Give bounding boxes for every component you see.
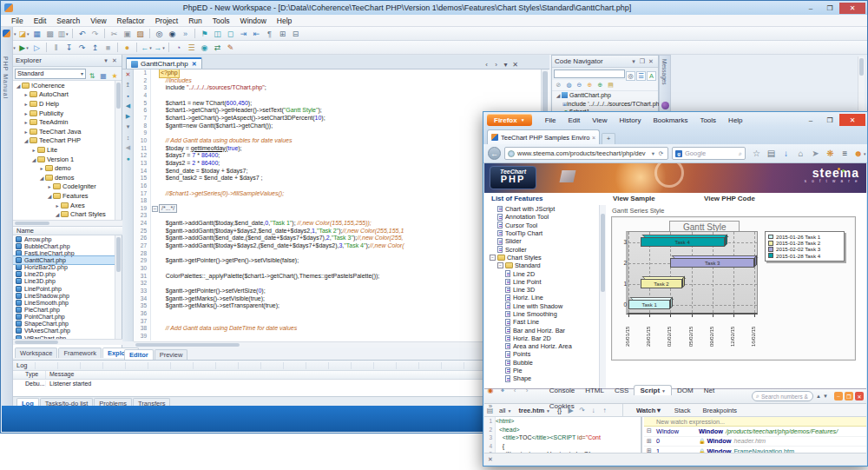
toolbar-breakpoint-icon[interactable]: ● xyxy=(121,42,134,53)
toolbar-navigate-forward-icon[interactable]: →▾ xyxy=(153,42,166,53)
toolbar-cut-icon[interactable]: ✂ xyxy=(108,28,121,39)
toolbar-save-icon[interactable]: ▦ xyxy=(30,28,43,39)
editor-strip-collapse-icon[interactable]: ◀ xyxy=(122,101,134,111)
sidebar-item-bar-and-horiz-bar[interactable]: Bar and Horiz. Bar xyxy=(484,326,606,334)
watch-row-1[interactable]: ⊞1🔒WindowFrameNavigation.htm xyxy=(644,447,866,453)
toolbar-toggle-bookmark-icon[interactable]: ⚑ xyxy=(198,28,211,39)
sidebar-item-scroller[interactable]: Scroller xyxy=(484,245,606,253)
firebug-inspect-icon[interactable]: ⌖ xyxy=(496,385,509,396)
toolbar-indent-icon[interactable]: ⇥ xyxy=(237,28,250,39)
home-icon[interactable]: ⌂ xyxy=(793,147,808,161)
expand-icon[interactable]: ⊞ xyxy=(647,438,654,445)
toolbar-code-template-icon[interactable]: ⊞ xyxy=(276,28,289,39)
close-icon[interactable]: ✕ xyxy=(488,456,493,463)
sidebar-item-line-3d[interactable]: Line 3D xyxy=(484,286,606,294)
file-item-line2d-php[interactable]: Line2D.php xyxy=(13,271,115,278)
menu-icon[interactable]: ▾ xyxy=(629,58,638,65)
tree-item-publicity[interactable]: ▸Publicity xyxy=(13,109,115,118)
editor-close-tab-icon[interactable]: ✕ xyxy=(510,61,520,69)
firebug-tab-script[interactable]: Script▼ xyxy=(634,385,672,395)
tree-item-d-help[interactable]: ▸D Help xyxy=(13,99,115,109)
file-item-bubblechart-php[interactable]: BubbleChart.php xyxy=(13,242,115,249)
expanded-icon[interactable]: ◢ xyxy=(46,193,53,199)
menu-window[interactable]: Window xyxy=(235,17,272,25)
account-icon[interactable]: ☻▾ xyxy=(852,147,867,161)
close-button[interactable]: ✕ xyxy=(839,114,865,126)
sidebar-item-chart-styles[interactable]: −Chart Styles xyxy=(484,254,606,261)
toolbar-code-snippet-icon[interactable]: ⊟ xyxy=(289,28,302,39)
toolbar-copy-icon[interactable]: ▣ xyxy=(121,28,134,39)
workspace-vscrollbar[interactable] xyxy=(858,56,865,110)
search-prev-icon[interactable]: ▲ xyxy=(815,394,822,399)
menu-help[interactable]: Help xyxy=(722,116,748,124)
expanded-icon[interactable]: ◢ xyxy=(54,211,61,217)
tree-item-chart-styles[interactable]: ◢Chart Styles xyxy=(13,209,115,219)
tree-item-teechart-java[interactable]: ▸TeeChart Java xyxy=(13,127,115,136)
cnav-sort-icon[interactable]: ☰ xyxy=(636,71,646,81)
toolbar-run-to-cursor-icon[interactable]: ▷ xyxy=(30,42,43,53)
sidebar-item-points[interactable]: Points xyxy=(484,350,606,358)
dock-icon[interactable]: ❒ xyxy=(638,58,647,65)
tree-item-autochart[interactable]: ▸AutoChart xyxy=(13,90,115,100)
sidebar-item-standard[interactable]: −Standard xyxy=(484,261,606,269)
toolbar-step-out-icon[interactable]: ↥ xyxy=(89,42,102,53)
gantt-bar-task-4[interactable]: Task 4 xyxy=(641,237,725,247)
maximize-button[interactable]: ❒ xyxy=(820,3,839,14)
file-item-lineshadow-php[interactable]: LineShadow.php xyxy=(13,292,115,299)
editor-strip-expand-icon[interactable]: ▶ xyxy=(122,111,134,122)
file-item-horizbar2d-php[interactable]: HorizBar2D.php xyxy=(13,264,115,271)
sidebar-item-line-point[interactable]: Line Point xyxy=(484,278,606,286)
firebug-search-input[interactable]: ⌕ Search numbers & xyxy=(752,391,813,401)
cnav-mail-icon[interactable]: ▤ xyxy=(606,81,615,89)
cnav-plus-icon[interactable]: ⊕ xyxy=(595,81,605,89)
toolbar-profiler-icon[interactable]: ◔ xyxy=(172,42,185,53)
close-tab-icon[interactable]: ✕ xyxy=(192,61,197,68)
menu-edit[interactable]: Edit xyxy=(29,17,52,25)
menu-file[interactable]: File xyxy=(539,116,562,124)
tree-item-teechart-php[interactable]: ◢TeeChart PHP xyxy=(13,136,115,146)
gantt-bar-task-1[interactable]: Task 1 xyxy=(628,300,670,309)
sidebar-item-horiz-bar-2d[interactable]: Horiz. Bar 2D xyxy=(484,334,606,342)
dock-tab-messages[interactable]: Messages xyxy=(661,59,667,85)
script-file-dropdown[interactable]: tree.htm▼ xyxy=(515,407,554,414)
editor-tab-ganttchart[interactable]: GanttChart.php ✕ xyxy=(126,57,202,69)
file-item-ganttchart-php[interactable]: GanttChart.php xyxy=(13,256,115,263)
firebug-step-out-icon[interactable]: ↑ xyxy=(599,407,610,414)
toolbar-find-icon[interactable]: ◎ xyxy=(153,28,166,39)
firebug-continue-icon[interactable]: ▶ xyxy=(565,407,576,414)
watch-row-window[interactable]: ⊟WindowWindow/products/teechart/php/demo… xyxy=(644,427,866,437)
log-col-message[interactable]: Message xyxy=(46,371,74,379)
firebug-sidetab-breakpoints[interactable]: Breakpoints xyxy=(696,407,743,414)
editor-strip-updown-icon[interactable]: ↕ xyxy=(122,132,134,142)
sidebar-vscrollbar[interactable] xyxy=(599,205,606,390)
collapsed-icon[interactable]: ▸ xyxy=(30,147,37,153)
tree-item-demo[interactable]: ▸demo xyxy=(13,163,115,173)
menu-help[interactable]: Help xyxy=(272,17,297,25)
editor-scroll-right-icon[interactable]: › xyxy=(491,61,501,69)
toolbar-pause-icon[interactable]: ‖ xyxy=(49,42,62,53)
addons-icon[interactable]: ❋ xyxy=(823,147,838,161)
collapsed-icon[interactable]: ▸ xyxy=(23,91,30,97)
file-item-vtaxeschart-php[interactable]: VtAxesChart.php xyxy=(13,328,115,334)
toolbar-navigate-back-icon[interactable]: ←▾ xyxy=(140,42,153,53)
script-filter-dropdown[interactable]: all▼ xyxy=(496,407,515,414)
file-item-piechart-php[interactable]: PieChart.php xyxy=(13,306,115,313)
cnav-filter-icon[interactable]: A xyxy=(647,71,656,81)
firebug-tab-dom[interactable]: DOM xyxy=(672,386,699,395)
sidebar-item-line-smoothing[interactable]: Line Smoothing xyxy=(484,310,606,318)
firebug-sidetab-stack[interactable]: Stack xyxy=(668,407,697,414)
cnav-lock-icon[interactable]: ◍ xyxy=(564,81,574,89)
file-item-pointchart-php[interactable]: PointChart.php xyxy=(13,314,115,321)
code-navigator-search-input[interactable] xyxy=(554,70,625,78)
collapsed-icon[interactable]: ▸ xyxy=(54,202,61,209)
sidebar-item-chart-with-jscript[interactable]: Chart with JScript xyxy=(484,205,606,213)
toolbar-undo-icon[interactable]: ↶ xyxy=(76,28,89,39)
file-item-linepoint-php[interactable]: LinePoint.php xyxy=(13,285,115,292)
maximize-button[interactable]: ❒ xyxy=(820,114,839,126)
sidebar-item-slider[interactable]: Slider xyxy=(484,237,606,245)
toolbar-prev-bookmark-icon[interactable]: ◫ xyxy=(211,28,224,39)
share-icon[interactable]: ➤ xyxy=(808,147,823,161)
cnav-minus-icon[interactable]: ⊖ xyxy=(575,81,584,89)
menu-search[interactable]: Search xyxy=(51,17,85,25)
menu-tools[interactable]: Tools xyxy=(694,116,722,124)
